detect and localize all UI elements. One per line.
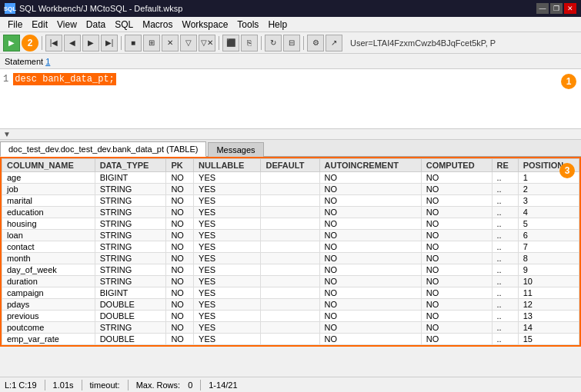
cell-r6-c6: NO xyxy=(421,241,492,253)
app-icon: SQL xyxy=(5,3,15,14)
nav-prev-button[interactable]: ◀ xyxy=(64,35,81,51)
menu-item-view[interactable]: View xyxy=(52,18,82,32)
nav-first-button[interactable]: |◀ xyxy=(45,35,62,51)
toolbar-separator-5 xyxy=(303,36,304,50)
menu-item-edit[interactable]: Edit xyxy=(27,18,52,32)
status-divider-1 xyxy=(45,380,45,390)
col-header-computed: COMPUTED xyxy=(421,159,492,172)
run-button[interactable]: ▶ xyxy=(3,35,20,51)
menu-item-macros[interactable]: Macros xyxy=(138,18,177,32)
cell-r13-c5: NO xyxy=(319,322,421,334)
tab-bar: doc_test_dev.doc_test_dev.bank_data_pt (… xyxy=(0,140,581,157)
cell-r12-c8: 13 xyxy=(518,311,579,322)
data-table: COLUMN_NAMEDATA_TYPEPKNULLABLEDEFAULTAUT… xyxy=(2,158,579,345)
delete-button[interactable]: ✕ xyxy=(162,35,179,51)
cell-r9-c7: .. xyxy=(492,276,518,287)
table-row: loanSTRINGNOYESNONO..6 xyxy=(2,230,579,241)
cell-r9-c6: NO xyxy=(421,276,492,287)
menu-item-help[interactable]: Help xyxy=(263,18,292,32)
col-header-data_type: DATA_TYPE xyxy=(95,159,166,172)
editor-badge: 1 xyxy=(561,74,576,89)
cursor-position: L:1 C:19 xyxy=(5,380,37,390)
tab-0[interactable]: doc_test_dev.doc_test_dev.bank_data_pt (… xyxy=(0,141,206,157)
collapse-bar[interactable]: ▼ xyxy=(0,129,581,140)
nav-next-button[interactable]: ▶ xyxy=(82,35,99,51)
copy-button[interactable]: ⎘ xyxy=(241,35,258,51)
cell-r9-c4 xyxy=(261,276,319,287)
cell-r5-c4 xyxy=(261,230,319,241)
col-header-nullable: NULLABLE xyxy=(194,159,261,172)
cell-r9-c2: NO xyxy=(166,276,194,287)
cell-r13-c2: NO xyxy=(166,322,194,334)
table-button[interactable]: ⊟ xyxy=(283,35,300,51)
menu-item-tools[interactable]: Tools xyxy=(232,18,263,32)
cell-r0-c2: NO xyxy=(166,172,194,184)
table-row: housingSTRINGNOYESNONO..5 xyxy=(2,218,579,230)
cell-r8-c3: YES xyxy=(194,264,261,276)
cell-r3-c4 xyxy=(261,207,319,218)
window-controls: — ❐ ✕ xyxy=(536,3,576,14)
cell-r5-c2: NO xyxy=(166,230,194,241)
cell-r5-c5: NO xyxy=(319,230,421,241)
editor-content[interactable]: 1desc bank_data_pt; xyxy=(3,72,578,86)
results-container: 3 COLUMN_NAMEDATA_TYPEPKNULLABLEDEFAULTA… xyxy=(0,157,581,377)
title-bar: SQL SQL Workbench/J MCtoSQL - Default.wk… xyxy=(0,0,581,17)
table-row: day_of_weekSTRINGNOYESNONO..9 xyxy=(2,264,579,276)
cell-r7-c7: .. xyxy=(492,253,518,264)
cell-r8-c8: 9 xyxy=(518,264,579,276)
filter-clear-button[interactable]: ▽✕ xyxy=(199,35,215,51)
cell-r10-c1: BIGINT xyxy=(95,287,166,299)
user-info: User=LTAI4FzxmCwzb4BJqFcet5kP, P xyxy=(350,38,496,48)
cell-r12-c6: NO xyxy=(421,311,492,322)
grid-button[interactable]: ⊞ xyxy=(143,35,160,51)
cell-r1-c2: NO xyxy=(166,184,194,195)
cell-r12-c3: YES xyxy=(194,311,261,322)
close-button[interactable]: ✕ xyxy=(564,3,576,14)
cell-r6-c7: .. xyxy=(492,241,518,253)
cell-r4-c7: .. xyxy=(492,218,518,230)
tab-1[interactable]: Messages xyxy=(208,142,263,157)
run-badge[interactable]: 2 xyxy=(22,35,38,51)
table-scroll[interactable]: COLUMN_NAMEDATA_TYPEPKNULLABLEDEFAULTAUT… xyxy=(2,158,579,345)
settings-button[interactable]: ⚙ xyxy=(307,35,324,51)
cell-r6-c8: 7 xyxy=(518,241,579,253)
minimize-button[interactable]: — xyxy=(536,3,549,14)
results-badge: 3 xyxy=(559,163,575,178)
filter-button[interactable]: ▽ xyxy=(180,35,197,51)
cell-r11-c6: NO xyxy=(421,299,492,311)
statement-link[interactable]: 1 xyxy=(45,57,50,66)
cell-r4-c5: NO xyxy=(319,218,421,230)
header-row: COLUMN_NAMEDATA_TYPEPKNULLABLEDEFAULTAUT… xyxy=(2,159,579,172)
table-row: emp_var_rateDOUBLENOYESNONO..15 xyxy=(2,334,579,345)
toolbar-separator-4 xyxy=(261,36,262,50)
menu-item-file[interactable]: File xyxy=(3,18,27,32)
cell-r2-c1: STRING xyxy=(95,195,166,207)
menu-item-workspace[interactable]: Workspace xyxy=(178,18,233,32)
maxrows-value: 0 xyxy=(188,380,192,390)
cell-r0-c6: NO xyxy=(421,172,492,184)
cell-r5-c6: NO xyxy=(421,230,492,241)
refresh-button[interactable]: ↻ xyxy=(265,35,282,51)
cell-r4-c4 xyxy=(261,218,319,230)
nav-last-button[interactable]: ▶| xyxy=(101,35,118,51)
stop2-button[interactable]: ⬛ xyxy=(222,35,239,51)
cell-r8-c1: STRING xyxy=(95,264,166,276)
line-number-1: 1 xyxy=(3,74,8,85)
cell-r13-c4 xyxy=(261,322,319,334)
stop-button[interactable]: ■ xyxy=(125,35,142,51)
cell-r12-c1: DOUBLE xyxy=(95,311,166,322)
export-button[interactable]: ↗ xyxy=(326,35,342,51)
table-row: poutcomeSTRINGNOYESNONO..14 xyxy=(2,322,579,334)
editor-area[interactable]: 1desc bank_data_pt; 1 xyxy=(0,69,581,129)
cell-r13-c8: 14 xyxy=(518,322,579,334)
col-header-pk: PK xyxy=(166,159,194,172)
cell-r3-c7: .. xyxy=(492,207,518,218)
cell-r4-c8: 5 xyxy=(518,218,579,230)
restore-button[interactable]: ❐ xyxy=(550,3,563,14)
menu-item-data[interactable]: Data xyxy=(82,18,110,32)
cell-r5-c8: 6 xyxy=(518,230,579,241)
menu-item-sql[interactable]: SQL xyxy=(110,18,138,32)
toolbar: ▶ 2 |◀ ◀ ▶ ▶| ■ ⊞ ✕ ▽ ▽✕ ⬛ ⎘ ↻ ⊟ ⚙ ↗ Use… xyxy=(0,32,581,54)
maxrows-label: Max. Rows: xyxy=(136,380,180,390)
cell-r10-c8: 11 xyxy=(518,287,579,299)
